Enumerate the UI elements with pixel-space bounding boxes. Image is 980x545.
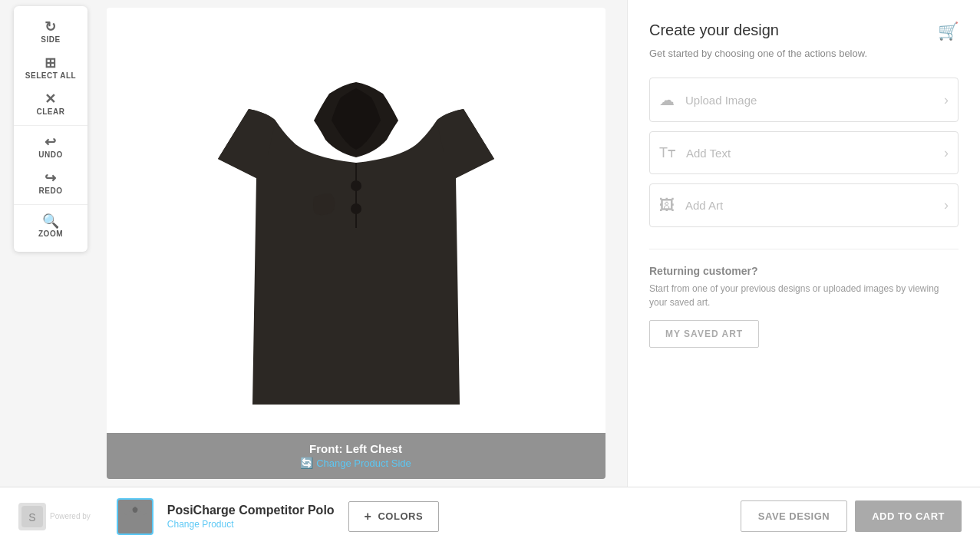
canvas-area: Front: Left Chest 🔄 Change Product Side	[0, 0, 627, 487]
undo-icon: ↩	[45, 135, 57, 149]
select-all-icon: ⊞	[45, 56, 57, 70]
clear-icon: ✕	[45, 92, 57, 106]
add-text-label: Add Text	[686, 147, 731, 160]
zoom-icon: 🔍	[42, 214, 60, 228]
cart-icon[interactable]: 🛒	[938, 21, 959, 41]
add-art-row[interactable]: 🖼 Add Art ›	[649, 183, 959, 227]
side-icon: ↻	[45, 20, 57, 34]
redo-label: REDO	[39, 187, 63, 195]
main-area: ↻ SIDE ⊞ SELECT ALL ✕ CLEAR ↩ UNDO ↪ RED…	[0, 0, 980, 487]
toolbar-group-zoom: 🔍 ZOOM	[14, 205, 87, 247]
art-icon: 🖼	[659, 197, 675, 214]
upload-chevron-icon: ›	[944, 92, 949, 108]
product-side-label: Front: Left Chest	[116, 442, 596, 455]
add-to-cart-button[interactable]: ADD TO CART	[855, 500, 962, 532]
upload-image-left: ☁ Upload Image	[659, 91, 757, 109]
change-side-text: Change Product Side	[316, 457, 411, 469]
divider	[649, 249, 959, 249]
add-art-label: Add Art	[685, 199, 723, 212]
colors-button[interactable]: + COLORS	[348, 501, 439, 532]
toolbar-group-top: ↻ SIDE ⊞ SELECT ALL ✕ CLEAR	[14, 11, 87, 126]
returning-section: Returning customer? Start from one of yo…	[649, 265, 959, 348]
panel-subtitle: Get started by choosing one of the actio…	[649, 48, 959, 59]
toolbar: ↻ SIDE ⊞ SELECT ALL ✕ CLEAR ↩ UNDO ↪ RED…	[14, 6, 87, 252]
text-chevron-icon: ›	[944, 145, 949, 161]
side-label: SIDE	[41, 35, 60, 44]
product-canvas: Front: Left Chest 🔄 Change Product Side	[107, 8, 605, 479]
add-text-left: Tᴛ Add Text	[659, 144, 731, 161]
text-icon: Tᴛ	[659, 144, 675, 161]
powered-by-text: Powered by	[50, 512, 91, 520]
bottom-bar: S Powered by PosiCharge Competitor Polo …	[0, 487, 980, 545]
change-product-link[interactable]: Change Product	[167, 519, 335, 530]
art-chevron-icon: ›	[944, 197, 949, 213]
select-all-button[interactable]: ⊞ SELECT ALL	[14, 50, 87, 86]
saved-art-button[interactable]: MY SAVED ART	[649, 320, 759, 348]
clear-button[interactable]: ✕ CLEAR	[14, 86, 87, 122]
bottom-right-buttons: SAVE DESIGN ADD TO CART	[741, 500, 962, 532]
product-image	[195, 28, 517, 458]
redo-button[interactable]: ↪ REDO	[14, 165, 87, 201]
undo-label: UNDO	[38, 150, 62, 159]
product-label-bar: Front: Left Chest 🔄 Change Product Side	[107, 433, 605, 479]
color-thumbnail[interactable]	[117, 498, 153, 535]
clear-label: CLEAR	[37, 107, 65, 116]
select-all-label: SELECT ALL	[25, 71, 76, 80]
powered-by: S Powered by	[18, 503, 91, 530]
plus-icon: +	[365, 510, 372, 524]
redo-icon: ↪	[45, 171, 57, 185]
add-art-left: 🖼 Add Art	[659, 197, 723, 214]
zoom-label: ZOOM	[38, 230, 63, 238]
colors-label: COLORS	[378, 510, 423, 522]
product-info: PosiCharge Competitor Polo Change Produc…	[167, 504, 335, 530]
returning-desc: Start from one of your previous designs …	[649, 282, 959, 309]
refresh-icon: 🔄	[300, 457, 313, 469]
side-button[interactable]: ↻ SIDE	[14, 14, 87, 50]
toolbar-group-history: ↩ UNDO ↪ REDO	[14, 126, 87, 205]
svg-text:S: S	[28, 511, 35, 524]
returning-title: Returning customer?	[649, 265, 959, 277]
upload-image-row[interactable]: ☁ Upload Image ›	[649, 78, 959, 122]
change-side-link[interactable]: 🔄 Change Product Side	[300, 457, 411, 469]
panel-header: Create your design 🛒	[649, 21, 959, 41]
save-design-button[interactable]: SAVE DESIGN	[741, 500, 847, 532]
undo-button[interactable]: ↩ UNDO	[14, 129, 87, 165]
zoom-button[interactable]: 🔍 ZOOM	[14, 208, 87, 244]
upload-icon: ☁	[659, 91, 675, 109]
product-name: PosiCharge Competitor Polo	[167, 504, 335, 517]
add-text-row[interactable]: Tᴛ Add Text ›	[649, 131, 959, 174]
powered-logo: S	[18, 503, 46, 530]
panel-title: Create your design	[649, 21, 779, 39]
right-panel: Create your design 🛒 Get started by choo…	[627, 0, 980, 487]
shirt-thumbnail-icon	[121, 503, 149, 530]
upload-image-label: Upload Image	[685, 94, 757, 107]
